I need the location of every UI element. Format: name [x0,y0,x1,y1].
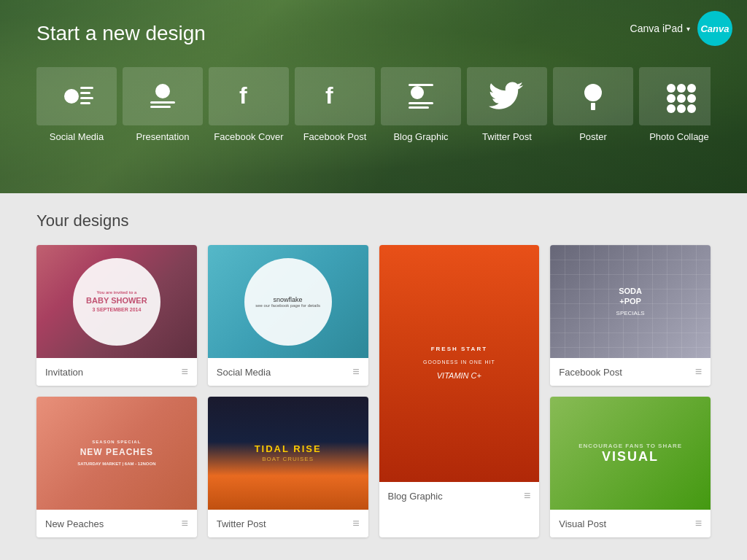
peaches-thumb-text: SEASON SPECIAL NEW PEACHES Saturday Mark… [77,439,155,467]
photo-collage-label: Photo Collage [649,131,709,142]
svg-point-19 [667,94,676,103]
blog-graphic-label: Blog Graphic [393,131,448,142]
svg-rect-3 [80,97,93,99]
social-media-label: Social Media [50,131,104,142]
social-thumb-text: snowflake see our facebook page for deta… [255,296,320,308]
photo-collage-icon [639,67,711,125]
design-card-thumb-social: snowflake see our facebook page for deta… [208,245,368,358]
design-card-footer-bottom1: Visual Post ≡ [550,510,711,537]
presentation-label: Presentation [136,131,190,142]
design-card-invitation[interactable]: You are invited to a BABY SHOWER 3 SEPTE… [36,245,197,386]
top-bar: Canva iPad ▾ Canva [630,11,732,46]
svg-rect-1 [80,87,93,89]
design-card-thumb-facebook: SODA+POPspecials [550,245,711,358]
blog-menu-icon[interactable]: ≡ [524,489,530,502]
design-card-blog[interactable]: FRESH START GOODNESS IN ONE HIT Vitamin … [379,245,540,537]
twitter-post-icon [467,67,547,125]
svg-rect-2 [80,92,90,94]
twitter-post-label: Twitter Post [482,131,532,142]
svg-point-16 [667,84,676,93]
design-card-footer-blog: Blog Graphic ≡ [379,482,540,510]
design-card-footer-peaches: New Peaches ≡ [36,510,197,537]
svg-point-0 [64,89,79,104]
peaches-menu-icon[interactable]: ≡ [181,517,187,530]
svg-rect-15 [591,103,595,110]
design-card-social-media[interactable]: snowflake see our facebook page for deta… [208,245,368,386]
design-card-twitter[interactable]: TIDAL RISE BOAT CRUISES Twitter Post ≡ [208,397,368,537]
design-card-bottom1[interactable]: ENCOURAGE FANS TO SHARE VISUAL Visual Po… [550,397,711,537]
design-type-photo-collage[interactable]: Photo Collage [639,67,711,142]
design-card-thumb-blog: FRESH START GOODNESS IN ONE HIT Vitamin … [379,245,540,482]
peaches-thumb: SEASON SPECIAL NEW PEACHES Saturday Mark… [36,397,197,510]
design-type-presentation[interactable]: Presentation [123,67,203,142]
design-type-facebook-post[interactable]: f Facebook Post [295,67,375,142]
svg-point-5 [155,84,170,98]
blog-label: Blog Graphic [388,491,443,502]
invitation-label: Invitation [45,367,83,378]
svg-point-22 [667,104,676,113]
facebook-post-icon: f [295,67,375,125]
peaches-label: New Peaches [45,518,104,529]
blog-thumb-text: FRESH START GOODNESS IN ONE HIT Vitamin … [423,345,495,383]
svg-rect-7 [150,106,171,108]
svg-point-23 [677,104,686,113]
design-type-blog-graphic[interactable]: Blog Graphic [381,67,461,142]
design-type-poster[interactable]: Poster [553,67,633,142]
facebook-cover-label: Facebook Cover [214,131,283,142]
facebook-post-label: Facebook Post [303,131,367,142]
social-menu-icon[interactable]: ≡ [352,365,359,378]
social-media-icon [36,67,117,125]
logo-text: Canva [700,23,729,34]
design-card-facebook-post[interactable]: SODA+POPspecials Facebook Post ≡ [550,245,711,386]
design-card-peaches[interactable]: SEASON SPECIAL NEW PEACHES Saturday Mark… [36,397,197,537]
facebook-cover-icon: f [209,67,289,125]
social-label: Social Media [217,367,271,378]
design-types-row: Social Media Presentation f [36,67,711,142]
blog-graphic-icon [381,67,461,125]
bottom1-label: Visual Post [559,518,606,529]
twitter-thumb: TIDAL RISE BOAT CRUISES [208,397,368,510]
bottom1-menu-icon[interactable]: ≡ [695,517,702,530]
svg-rect-13 [409,84,433,86]
svg-rect-11 [409,102,433,104]
svg-point-24 [687,104,696,113]
presentation-icon [123,67,203,125]
account-button[interactable]: Canva iPad ▾ [630,23,690,34]
design-card-thumb-twitter: TIDAL RISE BOAT CRUISES [208,397,368,510]
svg-text:f: f [239,82,247,109]
svg-text:f: f [325,82,333,109]
design-card-footer-social: Social Media ≡ [208,358,368,386]
design-card-thumb-peaches: SEASON SPECIAL NEW PEACHES Saturday Mark… [36,397,197,510]
page-title: Start a new design [36,22,711,45]
design-card-footer-twitter: Twitter Post ≡ [208,510,368,537]
svg-rect-6 [150,101,175,104]
svg-point-10 [411,86,424,99]
design-type-twitter-post[interactable]: Twitter Post [467,67,547,142]
account-label: Canva iPad [630,23,683,34]
design-type-social-media[interactable]: Social Media [36,67,117,142]
invitation-menu-icon[interactable]: ≡ [181,365,187,378]
canva-logo[interactable]: Canva [697,11,732,46]
svg-point-18 [687,84,696,93]
twitter-thumb-text: TIDAL RISE BOAT CRUISES [255,443,322,463]
svg-point-14 [584,84,602,101]
designs-title: Your designs [36,211,711,230]
design-card-footer-invitation: Invitation ≡ [36,358,197,386]
svg-point-17 [677,84,686,93]
design-card-thumb-invitation: You are invited to a BABY SHOWER 3 SEPTE… [36,245,197,358]
dropdown-arrow-icon: ▾ [686,25,690,33]
svg-point-21 [687,94,696,103]
designs-section: Your designs You are invited to a BABY S… [0,193,747,556]
facebook-label: Facebook Post [559,367,622,378]
facebook-menu-icon[interactable]: ≡ [695,365,702,378]
twitter-menu-icon[interactable]: ≡ [352,517,359,530]
design-card-thumb-bottom1: ENCOURAGE FANS TO SHARE VISUAL [550,397,711,510]
poster-icon [553,67,633,125]
twitter-label: Twitter Post [217,518,266,529]
bottom1-thumb-text: ENCOURAGE FANS TO SHARE VISUAL [578,443,682,464]
design-type-facebook-cover[interactable]: f Facebook Cover [209,67,289,142]
designs-grid: You are invited to a BABY SHOWER 3 SEPTE… [36,245,711,537]
invitation-thumb-text: You are invited to a BABY SHOWER 3 SEPTE… [86,289,147,314]
poster-label: Poster [579,131,607,142]
bottom1-thumb: ENCOURAGE FANS TO SHARE VISUAL [550,397,711,510]
